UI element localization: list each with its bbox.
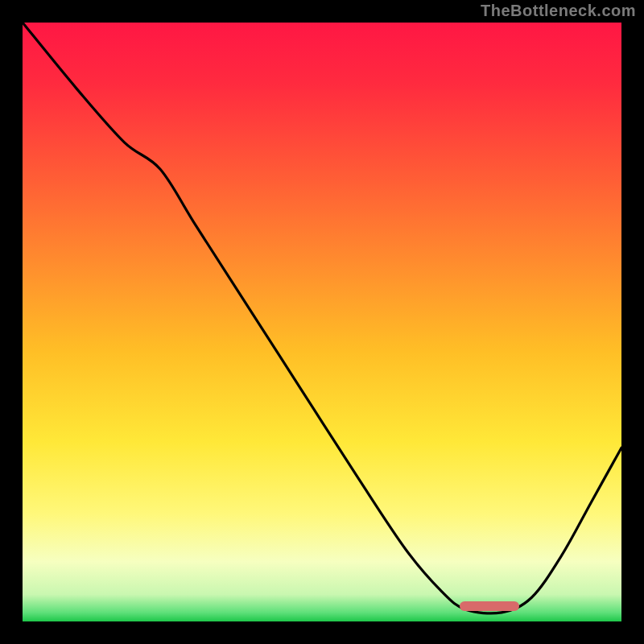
background-gradient xyxy=(23,23,621,621)
sweet-spot-marker xyxy=(460,601,519,611)
plot-area xyxy=(23,23,621,621)
svg-rect-0 xyxy=(23,23,621,621)
watermark-text: TheBottleneck.com xyxy=(481,2,636,20)
image-root: TheBottleneck.com xyxy=(0,0,644,644)
